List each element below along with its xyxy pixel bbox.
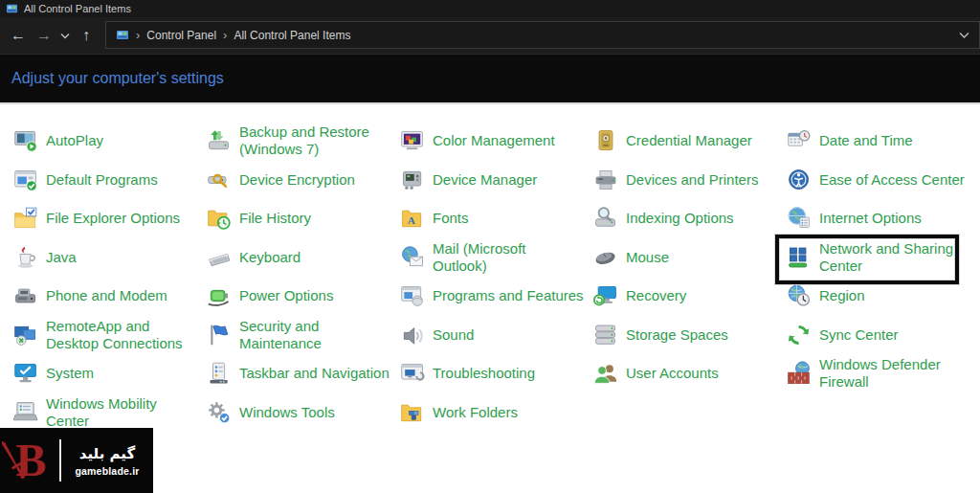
date-time-icon — [787, 128, 812, 153]
item-keyboard[interactable]: Keyboard — [207, 238, 400, 278]
item-label: Keyboard — [239, 249, 301, 266]
troubleshooting-icon — [400, 361, 425, 386]
remoteapp-icon — [13, 323, 38, 347]
item-label: Internet Options — [819, 210, 922, 227]
item-label: Network and Sharing Center — [819, 240, 970, 275]
item-date-and-time[interactable]: Date and Time — [787, 122, 980, 161]
back-button[interactable]: ← — [6, 23, 31, 48]
breadcrumb-separator: › — [223, 29, 227, 41]
security-maintenance-icon — [207, 323, 232, 347]
item-label: Java — [46, 249, 77, 266]
item-remoteapp-and-desktop-connections[interactable]: RemoteApp and Desktop Connections — [13, 316, 207, 355]
item-region[interactable]: Region — [787, 277, 980, 316]
mail-icon — [400, 245, 425, 270]
item-ease-of-access-center[interactable]: Ease of Access Center — [787, 161, 980, 200]
sync-center-icon — [787, 323, 812, 347]
item-credential-manager[interactable]: Credential Manager — [593, 122, 787, 161]
taskbar-navigation-icon — [207, 361, 232, 386]
items-grid: AutoPlayBackup and Restore (Windows 7)Co… — [13, 122, 980, 432]
item-label: File History — [239, 210, 311, 227]
address-bar[interactable]: › Control Panel › All Control Panel Item… — [105, 21, 980, 49]
title-bar: All Control Panel Items — [0, 0, 980, 17]
mouse-icon — [593, 245, 618, 270]
item-label: Power Options — [239, 287, 333, 304]
item-indexing-options[interactable]: Indexing Options — [593, 199, 787, 238]
backup-restore-icon — [207, 128, 232, 153]
windows-tools-icon — [207, 400, 232, 425]
address-dropdown-chevron-icon[interactable] — [959, 32, 969, 39]
item-network-and-sharing-center[interactable]: Network and Sharing Center — [787, 238, 980, 278]
item-label: Troubleshooting — [433, 365, 535, 382]
item-devices-and-printers[interactable]: Devices and Printers — [593, 161, 787, 200]
item-label: File Explorer Options — [46, 210, 180, 227]
item-label: Sync Center — [819, 326, 899, 344]
svg-text:A: A — [408, 214, 416, 226]
watermark-site-url: gameblade.ir — [75, 465, 139, 477]
breadcrumb-all-control-panel-items[interactable]: All Control Panel Items — [234, 29, 350, 42]
item-internet-options[interactable]: Internet Options — [787, 199, 980, 238]
item-default-programs[interactable]: Default Programs — [13, 161, 207, 200]
item-phone-and-modem[interactable]: Phone and Modem — [13, 277, 207, 316]
item-label: Device Encryption — [239, 171, 355, 189]
item-recovery[interactable]: Recovery — [593, 277, 787, 316]
item-windows-mobility-center[interactable]: Windows Mobility Center — [13, 393, 207, 433]
item-fonts[interactable]: AFonts — [400, 199, 593, 238]
sound-icon — [400, 323, 425, 347]
item-programs-and-features[interactable]: Programs and Features — [400, 277, 593, 316]
windows-mobility-center-icon — [13, 400, 38, 425]
item-storage-spaces[interactable]: Storage Spaces — [593, 316, 787, 355]
file-history-icon — [207, 206, 232, 231]
item-label: Work Folders — [433, 404, 518, 421]
item-mouse[interactable]: Mouse — [593, 238, 787, 278]
ease-of-access-icon — [787, 168, 812, 192]
item-windows-defender-firewall[interactable]: Windows Defender Firewall — [787, 354, 980, 393]
page-title: Adjust your computer's settings — [11, 70, 224, 87]
navigation-bar: ← → ↑ › Control Panel › All Control Pane… — [0, 17, 980, 54]
item-windows-tools[interactable]: Windows Tools — [207, 393, 400, 433]
item-user-accounts[interactable]: User Accounts — [593, 354, 787, 393]
internet-options-icon — [787, 206, 812, 231]
item-label: Windows Mobility Center — [46, 395, 197, 430]
file-explorer-options-icon — [13, 206, 38, 231]
item-label: Device Manager — [433, 171, 537, 189]
item-label: Taskbar and Navigation — [239, 365, 390, 382]
breadcrumb-separator: › — [136, 29, 140, 41]
region-icon — [787, 283, 812, 308]
item-sync-center[interactable]: Sync Center — [787, 316, 980, 355]
forward-button[interactable]: → — [32, 23, 56, 48]
item-label: Phone and Modem — [46, 287, 167, 304]
gameblade-logo-icon: B — [0, 433, 59, 488]
device-manager-icon — [400, 168, 425, 192]
item-color-management[interactable]: Color Management — [400, 122, 593, 161]
item-mail-microsoft-outlook[interactable]: Mail (Microsoft Outlook) — [400, 238, 593, 278]
recent-locations-chevron-icon[interactable] — [57, 23, 73, 48]
item-power-options[interactable]: Power Options — [207, 277, 400, 316]
breadcrumb-control-panel[interactable]: Control Panel — [146, 29, 216, 42]
devices-printers-icon — [593, 168, 618, 192]
keyboard-icon — [207, 245, 232, 270]
item-system[interactable]: System — [13, 354, 207, 393]
item-label: RemoteApp and Desktop Connections — [46, 318, 197, 352]
item-device-manager[interactable]: Device Manager — [400, 161, 593, 200]
item-autoplay[interactable]: AutoPlay — [13, 122, 207, 161]
up-button[interactable]: ↑ — [74, 23, 99, 48]
item-backup-and-restore-windows-7[interactable]: Backup and Restore (Windows 7) — [207, 122, 400, 161]
device-encryption-icon — [207, 168, 232, 192]
phone-modem-icon — [13, 283, 38, 308]
item-label: Indexing Options — [626, 210, 734, 227]
indexing-options-icon — [593, 206, 618, 231]
item-file-history[interactable]: File History — [207, 199, 400, 238]
item-work-folders[interactable]: Work Folders — [400, 393, 593, 433]
storage-spaces-icon — [593, 323, 618, 347]
item-security-and-maintenance[interactable]: Security and Maintenance — [207, 316, 400, 355]
item-java[interactable]: Java — [13, 238, 207, 278]
watermark: B گیم بلید gameblade.ir — [0, 428, 153, 493]
item-file-explorer-options[interactable]: File Explorer Options — [13, 199, 207, 238]
item-label: Mouse — [626, 249, 669, 266]
item-troubleshooting[interactable]: Troubleshooting — [400, 354, 593, 393]
item-sound[interactable]: Sound — [400, 316, 593, 355]
item-taskbar-and-navigation[interactable]: Taskbar and Navigation — [207, 354, 400, 393]
fonts-icon: A — [400, 206, 425, 231]
item-device-encryption[interactable]: Device Encryption — [207, 161, 400, 200]
java-icon — [13, 245, 38, 270]
